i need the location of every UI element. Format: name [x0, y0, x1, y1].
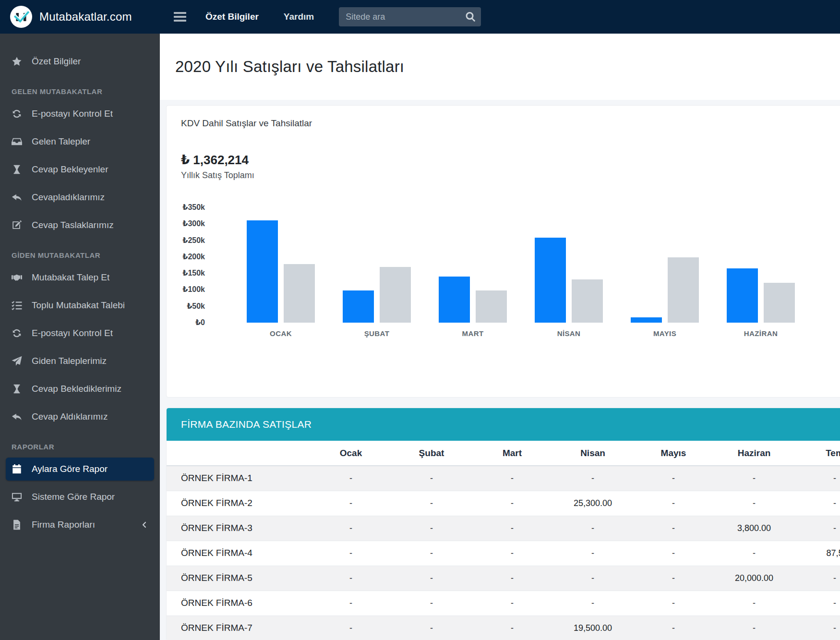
- value-cell: -: [472, 491, 552, 516]
- sidebar-item-özet-bilgiler[interactable]: Özet Bilgiler: [6, 50, 154, 73]
- table-card-header: FİRMA BAZINDA SATIŞLAR: [167, 408, 840, 441]
- brand-logo-icon: [10, 5, 33, 28]
- sidebar-item-label: Cevapladıklarımız: [32, 192, 105, 203]
- value-cell: -: [714, 591, 794, 616]
- value-cell: 19,500.00: [552, 616, 633, 640]
- value-cell: -: [552, 541, 633, 566]
- sync-icon: [12, 328, 24, 338]
- annual-total-label: Yıllık Satış Toplamı: [181, 170, 840, 181]
- table-row: ÖRNEK FİRMA-2---25,300.00---: [167, 491, 840, 516]
- y-axis-tick: ₺350k: [181, 202, 205, 213]
- value-cell: -: [391, 516, 472, 541]
- value-cell: 87,5: [794, 541, 840, 566]
- column-header: Mart: [472, 441, 552, 466]
- table-row: ÖRNEK FİRMA-4------87,5: [167, 541, 840, 566]
- sidebar-toggle-button[interactable]: [174, 12, 186, 22]
- hourglass-icon: [12, 384, 24, 394]
- value-cell: -: [633, 566, 714, 591]
- value-cell: -: [794, 466, 840, 491]
- column-header: Şubat: [391, 441, 472, 466]
- company-name-cell: ÖRNEK FİRMA-4: [167, 541, 311, 566]
- value-cell: -: [552, 516, 633, 541]
- bar-group: [521, 207, 617, 323]
- chart-card-title: KDV Dahil Satışlar ve Tahsilatlar: [181, 118, 840, 129]
- sidebar-item-sisteme-göre-rapor[interactable]: Sisteme Göre Rapor: [6, 485, 154, 508]
- sidebar: Özet BilgilerGELEN MUTABAKATLARE-postayı…: [0, 34, 160, 640]
- column-header: Nisan: [552, 441, 633, 466]
- nav-link-ozet-bilgiler[interactable]: Özet Bilgiler: [205, 12, 259, 22]
- sidebar-item-cevap-beklediklerimiz[interactable]: Cevap Beklediklerimiz: [6, 377, 154, 400]
- sidebar-item-cevap-taslaklarımız[interactable]: Cevap Taslaklarımız: [6, 214, 154, 237]
- sidebar-item-firma-raporları[interactable]: Firma Raporları: [6, 513, 154, 536]
- y-axis-tick: ₺200k: [181, 252, 205, 262]
- value-cell: -: [794, 616, 840, 640]
- sidebar-menu: Özet BilgilerGELEN MUTABAKATLARE-postayı…: [0, 34, 160, 536]
- table-body: ÖRNEK FİRMA-1-------ÖRNEK FİRMA-2---25,3…: [167, 466, 840, 640]
- value-cell: -: [311, 516, 391, 541]
- bar-group: [617, 207, 713, 323]
- sidebar-item-mutabakat-talep-et[interactable]: Mutabakat Talep Et: [6, 266, 154, 289]
- value-cell: -: [714, 491, 794, 516]
- plot-area: [205, 207, 840, 323]
- table-row: ÖRNEK FİRMA-5-----20,000.00-: [167, 566, 840, 591]
- y-axis: ₺350k₺300k₺250k₺200k₺150k₺100k₺50k₺0: [181, 207, 205, 323]
- company-name-cell: ÖRNEK FİRMA-6: [167, 591, 311, 616]
- bar-tahsilatlar: [572, 279, 603, 323]
- search-input[interactable]: [339, 7, 481, 26]
- sidebar-item-e-postayı-kontrol-et[interactable]: E-postayı Kontrol Et: [6, 102, 154, 125]
- value-cell: 3,800.00: [714, 516, 794, 541]
- calendar-icon: [12, 464, 24, 474]
- sidebar-item-giden-taleplerimiz[interactable]: Giden Taleplerimiz: [6, 350, 154, 373]
- value-cell: -: [391, 466, 472, 491]
- search-icon[interactable]: [465, 11, 476, 23]
- table-card-title: FİRMA BAZINDA SATIŞLAR: [181, 419, 312, 430]
- sidebar-item-label: E-postayı Kontrol Et: [32, 328, 113, 338]
- bar-group: [425, 207, 521, 323]
- y-axis-tick: ₺50k: [181, 301, 205, 312]
- value-cell: -: [391, 541, 472, 566]
- bar-satışlar: [727, 268, 758, 323]
- sidebar-item-cevap-aldıklarımız[interactable]: Cevap Aldıklarımız: [6, 405, 154, 428]
- column-header: Tem: [794, 441, 840, 466]
- top-navbar: Mutabakatlar.com Özet Bilgiler Yardım: [0, 0, 840, 34]
- value-cell: -: [633, 541, 714, 566]
- value-cell: -: [311, 541, 391, 566]
- value-cell: -: [794, 591, 840, 616]
- company-name-cell: ÖRNEK FİRMA-2: [167, 491, 311, 516]
- value-cell: -: [633, 616, 714, 640]
- nav-link-yardim[interactable]: Yardım: [284, 12, 314, 22]
- sidebar-item-gelen-talepler[interactable]: Gelen Talepler: [6, 130, 154, 153]
- x-axis-label: [809, 329, 840, 338]
- sidebar-item-label: Giden Taleplerimiz: [32, 356, 107, 366]
- value-cell: -: [391, 491, 472, 516]
- value-cell: -: [714, 616, 794, 640]
- sidebar-item-toplu-mutabakat-talebi[interactable]: Toplu Mutabakat Talebi: [6, 294, 154, 317]
- edit-icon: [12, 220, 24, 230]
- bar-group: [329, 207, 425, 323]
- table-row: ÖRNEK FİRMA-1-------: [167, 466, 840, 491]
- table-row: ÖRNEK FİRMA-6-------: [167, 591, 840, 616]
- sidebar-item-cevapladıklarımız[interactable]: Cevapladıklarımız: [6, 186, 154, 209]
- company-name-cell: ÖRNEK FİRMA-1: [167, 466, 311, 491]
- value-cell: -: [311, 566, 391, 591]
- brand[interactable]: Mutabakatlar.com: [0, 0, 160, 34]
- sidebar-item-cevap-bekleyenler[interactable]: Cevap Bekleyenler: [6, 158, 154, 181]
- value-cell: -: [714, 541, 794, 566]
- sidebar-item-e-postayı-kontrol-et[interactable]: E-postayı Kontrol Et: [6, 322, 154, 345]
- sidebar-section-header: GİDEN MUTABAKATLAR: [6, 251, 154, 259]
- value-cell: -: [633, 516, 714, 541]
- x-axis: OCAKŞUBATMARTNİSANMAYISHAZİRAN: [205, 329, 840, 338]
- bar-tahsilatlar: [380, 267, 411, 323]
- bar-satışlar: [439, 277, 470, 323]
- inbox-icon: [12, 136, 24, 147]
- sidebar-item-aylara-göre-rapor[interactable]: Aylara Göre Rapor: [6, 458, 154, 481]
- value-cell: 25,300.00: [552, 491, 633, 516]
- x-axis-label: HAZİRAN: [713, 329, 809, 338]
- company-sales-table: OcakŞubatMartNisanMayısHaziranTem ÖRNEK …: [167, 441, 840, 640]
- value-cell: -: [552, 591, 633, 616]
- column-header: Mayıs: [633, 441, 714, 466]
- main-content: 2020 Yılı Satışları ve Tahsilatları KDV …: [160, 34, 840, 640]
- bar-group: [809, 207, 840, 323]
- page-header: 2020 Yılı Satışları ve Tahsilatları: [160, 34, 840, 100]
- value-cell: -: [633, 466, 714, 491]
